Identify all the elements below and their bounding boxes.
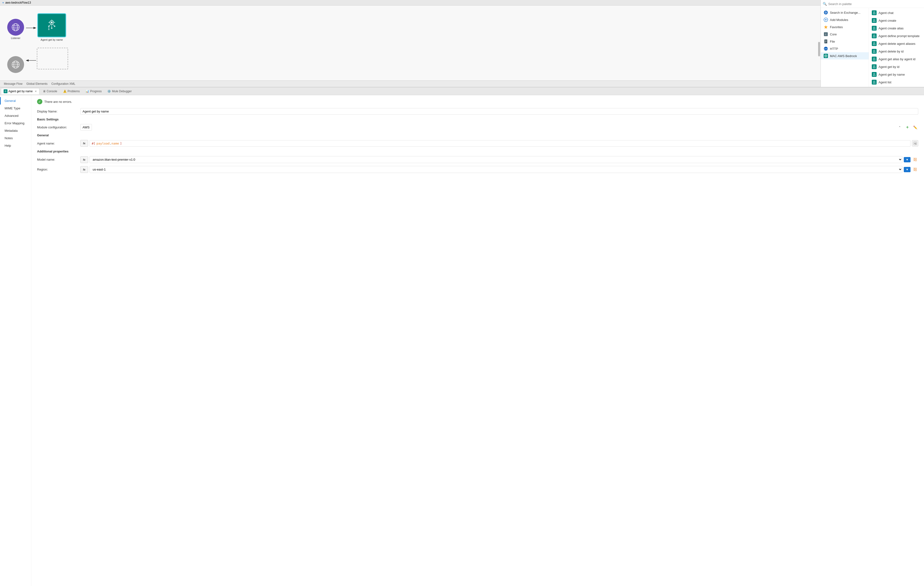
palette-item-favorites[interactable]: Favorites: [821, 23, 869, 31]
palette-item-exchange[interactable]: Search in Exchange...: [821, 9, 869, 16]
progress-icon: 📊: [86, 89, 89, 93]
check-icon: ✓: [37, 99, 42, 104]
palette-right-agent-get-by-name[interactable]: Agent get by name: [869, 71, 924, 78]
scroll-indicator[interactable]: [818, 42, 820, 56]
module-config-select[interactable]: AWS: [80, 124, 92, 131]
configuration-xml-tab[interactable]: Configuration XML: [50, 82, 77, 86]
palette-right-agent-chat[interactable]: Agent chat: [869, 9, 924, 17]
bracket-icon-svg: #[]: [913, 141, 917, 145]
svg-point-50: [873, 27, 875, 28]
tab-console[interactable]: 🖥 Console: [40, 89, 60, 94]
agent-name-value: fx #[ payload . name ] #[]: [80, 140, 918, 147]
nav-error-mapping[interactable]: Error Mapping: [0, 119, 31, 127]
palette-right-agent-create-alias[interactable]: Agent create alias: [869, 24, 924, 32]
svg-line-68: [875, 59, 875, 60]
agent-create-alias-icon: [872, 26, 876, 31]
palette-right-agent-list[interactable]: Agent list: [869, 78, 924, 86]
svg-point-15: [54, 25, 55, 27]
nav-general[interactable]: General: [0, 97, 31, 104]
agent-name-fx-button[interactable]: fx: [80, 140, 88, 147]
region-value: fx us-east-1 ▼ ⛓: [80, 166, 918, 173]
basic-settings-heading: Basic Settings: [37, 118, 918, 121]
model-name-chain-icon[interactable]: ⛓: [912, 157, 918, 163]
display-name-input[interactable]: [80, 108, 918, 115]
agent-get-by-name-icon: [872, 72, 876, 77]
nav-notes[interactable]: Notes: [0, 134, 31, 142]
model-name-select[interactable]: amazon.titan-text-premier-v1:0: [89, 156, 903, 163]
expression-editor-button[interactable]: #[]: [912, 140, 918, 146]
agent-brain-icon: [44, 18, 60, 33]
nav-metadata[interactable]: Metadata: [0, 127, 31, 134]
exchange-label: Search in Exchange...: [830, 11, 860, 15]
svg-line-71: [873, 67, 873, 68]
palette-right-agent-create[interactable]: Agent create: [869, 17, 924, 24]
agent-chat-label: Agent chat: [878, 11, 893, 15]
listener2-node[interactable]: [7, 56, 24, 73]
svg-point-46: [873, 19, 875, 21]
region-fx-icon: fx: [83, 168, 86, 171]
region-dropdown-button[interactable]: ▼: [904, 167, 911, 172]
top-section: ▼ aws-bedrockFlow13: [0, 0, 924, 88]
tab-mule-debugger-label: Mule Debugger: [112, 89, 132, 93]
module-config-row: Module configuration: AWS + ✏️: [37, 124, 918, 131]
message-flow-tab[interactable]: Message Flow: [2, 82, 24, 86]
listener-node[interactable]: Listener: [7, 19, 24, 40]
nav-help[interactable]: Help: [0, 142, 31, 149]
palette-right-agent-delete-by-id[interactable]: Agent delete by id: [869, 48, 924, 55]
search-input[interactable]: [828, 2, 922, 6]
palette-right-agent-get-alias-by-agent-id[interactable]: Agent get alias by agent id: [869, 55, 924, 63]
tab-progress[interactable]: 📊 Progress: [83, 89, 104, 94]
region-select[interactable]: us-east-1: [89, 166, 903, 173]
tab-agent-get-by-name[interactable]: Agent get by name ✕: [1, 88, 40, 94]
svg-line-76: [875, 74, 875, 76]
palette-item-file[interactable]: File: [821, 38, 869, 45]
tab-agent-icon: [3, 89, 7, 93]
code-name-prop: name: [111, 142, 119, 145]
plus-icon: +: [906, 125, 909, 130]
svg-text:C: C: [825, 33, 827, 36]
module-config-edit-button[interactable]: ✏️: [912, 124, 918, 131]
agent-get-by-name-node[interactable]: Agent get by name: [37, 13, 66, 41]
model-name-row: Model name: fx amazon.titan-text-premier…: [37, 156, 918, 163]
region-chain-icon[interactable]: ⛓: [912, 166, 918, 173]
flow-canvas[interactable]: Listener: [0, 5, 820, 87]
model-name-dropdown-button[interactable]: ▼: [904, 157, 911, 162]
svg-point-11: [51, 22, 53, 23]
module-config-value: AWS + ✏️: [80, 124, 918, 131]
expand-arrow-icon[interactable]: ▼: [2, 2, 4, 4]
tab-console-label: Console: [47, 89, 57, 93]
canvas-area: ▼ aws-bedrockFlow13: [0, 0, 820, 87]
tab-mule-debugger[interactable]: ⚙️ Mule Debugger: [105, 89, 134, 94]
module-config-add-button[interactable]: +: [904, 124, 911, 131]
agent-delete-aliases-label: Agent delete agent aliases: [878, 42, 915, 46]
agent-name-code-input[interactable]: #[ payload . name ]: [89, 140, 911, 147]
tab-close-button[interactable]: ✕: [35, 90, 37, 93]
agent-delete-by-id-label: Agent delete by id: [878, 50, 904, 53]
palette-right-agent-delete-aliases[interactable]: Agent delete agent aliases: [869, 40, 924, 48]
svg-line-83: [5, 92, 5, 93]
core-label: Core: [830, 33, 837, 36]
palette-item-mac-aws-bedrock[interactable]: MAC AWS Bedrock: [821, 52, 869, 60]
svg-line-55: [873, 36, 873, 37]
nav-mime-type[interactable]: MIME Type: [0, 104, 31, 112]
global-elements-tab[interactable]: Global Elements: [24, 82, 50, 86]
palette-item-add-modules[interactable]: Add Modules: [821, 16, 869, 23]
tab-problems-label: Problems: [68, 89, 80, 93]
nav-advanced[interactable]: Advanced: [0, 112, 31, 119]
palette-right-agent-define-prompt[interactable]: Agent define prompt template: [869, 32, 924, 40]
svg-point-42: [873, 12, 875, 13]
agent-name-row: Agent name: fx #[ payload . name ]: [37, 140, 918, 147]
favorites-icon: [824, 25, 828, 29]
tab-progress-label: Progress: [90, 89, 102, 93]
agent-delete-by-id-icon: [872, 49, 876, 54]
palette-right-agent-get-by-id[interactable]: Agent get by id: [869, 63, 924, 71]
region-fx-button[interactable]: fx: [80, 166, 88, 173]
svg-line-60: [875, 44, 875, 45]
svg-text:#[]: #[]: [914, 142, 916, 144]
palette-item-core[interactable]: C Core: [821, 31, 869, 38]
globe-icon: [11, 23, 20, 31]
model-name-fx-button[interactable]: fx: [80, 156, 88, 163]
tab-problems[interactable]: ⚠️ Problems: [61, 89, 82, 94]
palette-item-http[interactable]: HTTP HTTP: [821, 45, 869, 52]
http-label: HTTP: [830, 47, 838, 51]
